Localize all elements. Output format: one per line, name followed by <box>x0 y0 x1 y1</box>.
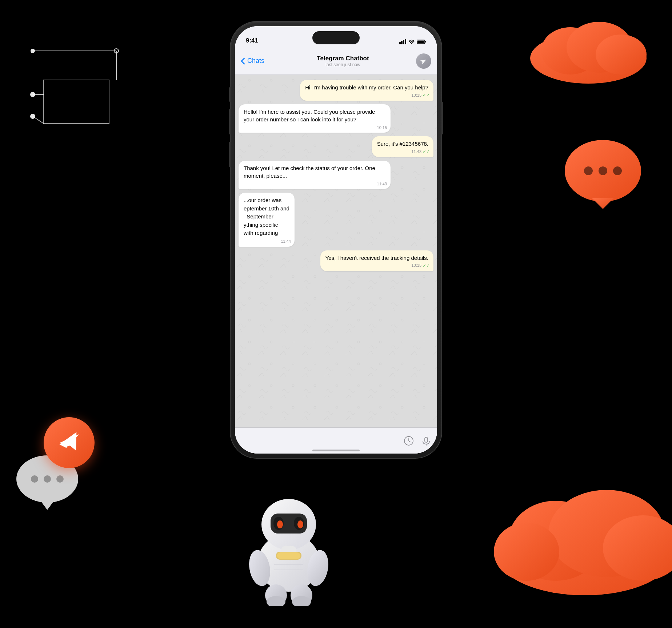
svg-point-12 <box>596 35 647 75</box>
dynamic-island <box>312 31 360 44</box>
svg-point-54 <box>277 520 283 528</box>
msg-6-time: 10:15 ✓✓ <box>411 263 430 269</box>
svg-rect-32 <box>403 40 404 44</box>
svg-marker-24 <box>40 500 55 510</box>
message-5: ...our order waseptember 10th and Septem… <box>239 193 295 247</box>
message-4: Thank you! Let me check the status of yo… <box>239 161 391 189</box>
msg-6-text: Yes, I haven't received the tracking det… <box>325 254 428 262</box>
svg-line-8 <box>33 116 44 124</box>
svg-rect-36 <box>417 41 424 43</box>
signal-icon <box>399 39 407 44</box>
msg-3-time: 11:43 ✓✓ <box>411 149 430 155</box>
svg-rect-35 <box>425 41 426 43</box>
home-indicator <box>312 450 360 451</box>
svg-rect-58 <box>277 552 300 559</box>
phone-frame: 9:41 <box>229 22 443 458</box>
msg-1-time: 10:15 ✓✓ <box>411 92 430 98</box>
connector-lines <box>22 29 145 145</box>
svg-point-15 <box>584 166 593 175</box>
telegram-circle-button[interactable] <box>44 417 95 468</box>
msg-4-time: 11:43 <box>377 181 387 187</box>
svg-point-56 <box>297 520 303 528</box>
svg-point-27 <box>56 475 64 483</box>
nav-avatar[interactable] <box>416 53 431 69</box>
svg-point-25 <box>31 475 38 483</box>
msg-5-time: 11:44 <box>281 238 291 245</box>
message-2: Hello! I'm here to assist you. Could you… <box>239 104 391 133</box>
status-time: 9:41 <box>246 37 258 44</box>
svg-point-22 <box>494 523 559 581</box>
battery-icon <box>417 39 426 44</box>
message-6: Yes, I haven't received the tracking det… <box>320 250 433 271</box>
svg-rect-33 <box>405 39 406 44</box>
orange-cloud-bottom-right <box>476 461 672 599</box>
chat-area: Hi, I'm having trouble with my order. Ca… <box>235 75 437 427</box>
svg-marker-14 <box>592 198 614 209</box>
message-3: Sure, it's #12345678. 11:43 ✓✓ <box>372 136 433 157</box>
back-label: Chats <box>247 57 264 65</box>
orange-speech-bubble-right <box>563 138 643 211</box>
status-icons <box>399 39 426 44</box>
nav-center: Telegram Chatbot last seen just now <box>270 55 416 67</box>
stickers-icon[interactable] <box>404 436 414 446</box>
nav-subtitle: last seen just now <box>270 62 416 67</box>
svg-rect-30 <box>399 42 401 44</box>
svg-rect-4 <box>44 80 109 124</box>
robot-figure <box>234 468 343 606</box>
message-1: Hi, I'm having trouble with my order. Ca… <box>300 80 433 101</box>
svg-point-16 <box>599 166 607 175</box>
svg-point-1 <box>31 49 35 53</box>
svg-rect-31 <box>401 41 403 44</box>
msg-2-text: Hello! I'm here to assist you. Could you… <box>244 109 375 122</box>
robot-svg <box>234 468 343 606</box>
msg-3-text: Sure, it's #12345678. <box>377 141 428 147</box>
msg-2-time: 10:15 <box>377 125 387 130</box>
nav-bar: Chats Telegram Chatbot last seen just no… <box>235 47 437 75</box>
msg-1-text: Hi, I'm having trouble with my order. Ca… <box>305 84 428 90</box>
msg-5-text: ...our order waseptember 10th and Septem… <box>244 196 289 237</box>
svg-rect-40 <box>425 437 428 442</box>
back-chevron-icon <box>241 57 245 65</box>
svg-point-26 <box>44 475 51 483</box>
orange-cloud-top-right <box>527 7 650 87</box>
back-button[interactable]: Chats <box>241 57 270 65</box>
send-nav-icon <box>419 57 428 65</box>
send-icon <box>56 430 82 455</box>
nav-title: Telegram Chatbot <box>270 55 416 62</box>
microphone-icon[interactable] <box>421 436 431 446</box>
wifi-icon <box>408 39 415 44</box>
svg-point-17 <box>613 166 622 175</box>
msg-4-text: Thank you! Let me check the status of yo… <box>244 165 375 179</box>
